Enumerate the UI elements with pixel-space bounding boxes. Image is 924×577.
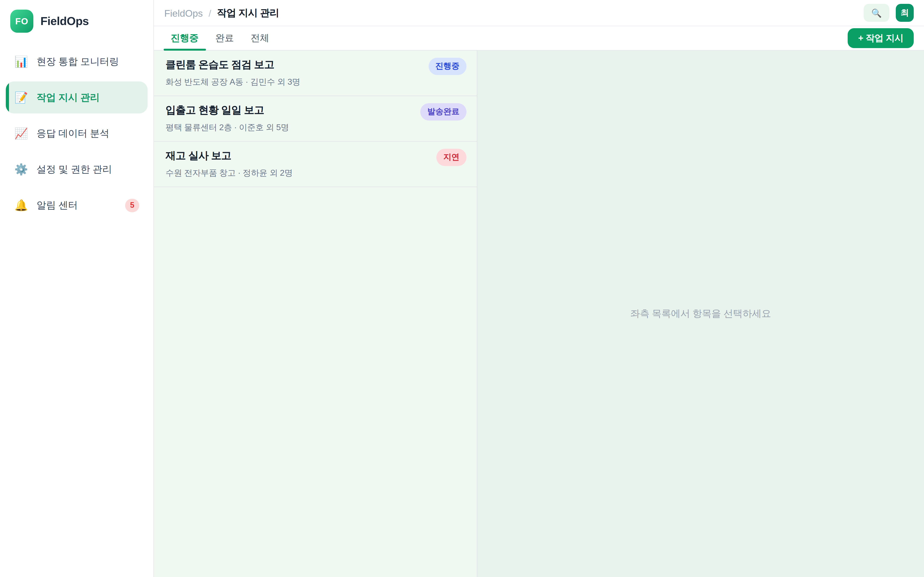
task-title: 클린룸 온습도 점검 보고	[166, 58, 465, 72]
search-icon: 🔍	[871, 8, 882, 18]
detail-panel: 좌측 목록에서 항목을 선택하세요	[477, 51, 924, 577]
sidebar-item[interactable]: 📝 작업 지시 관리	[6, 81, 148, 113]
task-meta: 평택 물류센터 2층 · 이준호 외 5명	[166, 122, 465, 133]
topbar: FieldOps / 작업 지시 관리 🔍 최	[154, 0, 924, 26]
sidebar-item[interactable]: 🔔 알림 센터 5	[6, 189, 148, 221]
tab[interactable]: 전체	[242, 26, 278, 50]
app-root: FO FieldOps 📊 현장 통합 모니터링 📝 작업 지시 관리 📈 응답…	[0, 0, 924, 577]
sidebar-item-icon: ⚙️	[14, 163, 28, 176]
breadcrumb-current: 작업 지시 관리	[217, 7, 279, 19]
brand[interactable]: FO FieldOps	[0, 0, 153, 40]
sidebar-item-icon: 🔔	[14, 198, 28, 212]
sidebar-item-icon: 📝	[14, 91, 28, 104]
app-name: FieldOps	[40, 15, 89, 28]
search-button[interactable]: 🔍	[864, 4, 889, 22]
task-title: 재고 실사 보고	[166, 149, 465, 163]
tab-label: 전체	[251, 32, 269, 44]
task-list-item[interactable]: 클린룸 온습도 점검 보고 화성 반도체 공장 A동 · 김민수 외 3명 진행…	[154, 51, 477, 96]
sidebar-nav: 📊 현장 통합 모니터링 📝 작업 지시 관리 📈 응답 데이터 분석 ⚙️ 설…	[0, 40, 153, 225]
tab-list: 진행중 완료 전체	[162, 26, 278, 50]
sidebar-item-icon: 📈	[14, 127, 28, 140]
empty-state-message: 좌측 목록에서 항목을 선택하세요	[630, 308, 771, 320]
sidebar-item-icon: 📊	[14, 55, 28, 68]
tab[interactable]: 진행중	[162, 26, 207, 50]
task-list-panel: 클린룸 온습도 점검 보고 화성 반도체 공장 A동 · 김민수 외 3명 진행…	[154, 51, 477, 577]
main-area: FieldOps / 작업 지시 관리 🔍 최 진행중 완료 전체 + 작업 지…	[154, 0, 924, 577]
avatar[interactable]: 최	[896, 4, 914, 22]
new-task-button[interactable]: + 작업 지시	[848, 28, 914, 48]
app-logo: FO	[10, 10, 33, 33]
sidebar-item-label: 알림 센터	[37, 199, 78, 211]
status-badge: 진행중	[428, 58, 467, 75]
tab-label: 진행중	[171, 32, 199, 44]
notification-count-badge: 5	[125, 198, 139, 212]
sidebar-item-label: 작업 지시 관리	[37, 92, 100, 104]
topbar-actions: 🔍 최	[864, 4, 914, 22]
task-list-item[interactable]: 재고 실사 보고 수원 전자부품 창고 · 정하윤 외 2명 지연	[154, 142, 477, 187]
sidebar-item-label: 설정 및 권한 관리	[37, 163, 112, 176]
sidebar-item[interactable]: 📊 현장 통합 모니터링	[6, 45, 148, 77]
sidebar-item[interactable]: ⚙️ 설정 및 권한 관리	[6, 153, 148, 185]
sidebar-item[interactable]: 📈 응답 데이터 분석	[6, 117, 148, 149]
sidebar-item-label: 응답 데이터 분석	[37, 127, 109, 140]
tab[interactable]: 완료	[207, 26, 242, 50]
tab-bar: 진행중 완료 전체 + 작업 지시	[154, 26, 924, 51]
breadcrumb-root[interactable]: FieldOps	[164, 8, 203, 18]
breadcrumb: FieldOps / 작업 지시 관리	[164, 7, 279, 19]
status-badge: 발송완료	[420, 103, 467, 121]
task-list-item[interactable]: 입출고 현황 일일 보고 평택 물류센터 2층 · 이준호 외 5명 발송완료	[154, 96, 477, 142]
tab-label: 완료	[215, 32, 234, 44]
content-split: 클린룸 온습도 점검 보고 화성 반도체 공장 A동 · 김민수 외 3명 진행…	[154, 51, 924, 577]
task-meta: 화성 반도체 공장 A동 · 김민수 외 3명	[166, 76, 465, 88]
breadcrumb-separator: /	[208, 8, 211, 18]
status-badge: 지연	[436, 149, 467, 166]
sidebar-item-label: 현장 통합 모니터링	[37, 56, 119, 68]
sidebar: FO FieldOps 📊 현장 통합 모니터링 📝 작업 지시 관리 📈 응답…	[0, 0, 154, 577]
task-meta: 수원 전자부품 창고 · 정하윤 외 2명	[166, 167, 465, 179]
